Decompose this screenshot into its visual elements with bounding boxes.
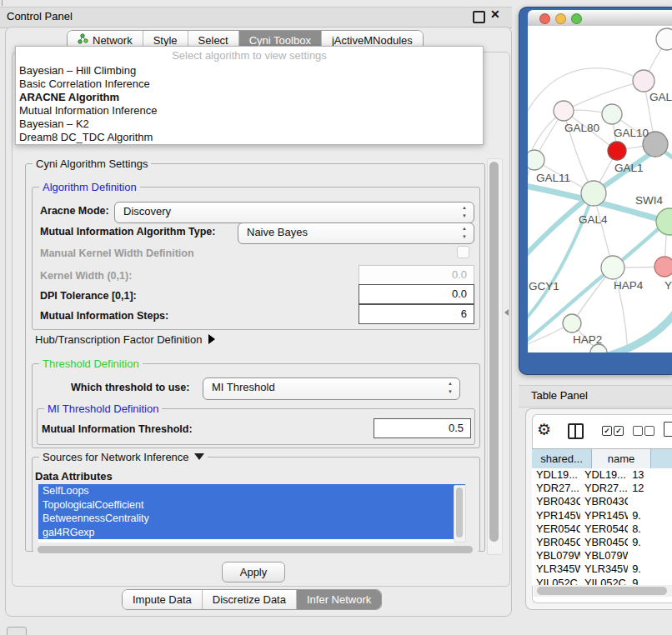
table-row[interactable]: YDL19...YDL19...13 — [532, 468, 672, 482]
node-gal1-red[interactable] — [608, 142, 626, 160]
settings-vertical-scrollbar[interactable] — [487, 158, 503, 555]
table-row[interactable]: YBL079WYBL079W — [532, 549, 672, 562]
mi-steps-field[interactable]: 6 — [359, 304, 474, 324]
collapse-down-icon — [194, 453, 204, 460]
attribute-list-item[interactable]: TopologicalCoefficient — [38, 498, 465, 512]
node-gal10[interactable] — [602, 104, 622, 124]
table-row[interactable]: YLR345WYLR345W9. — [532, 562, 672, 576]
node-gal4[interactable] — [581, 181, 606, 206]
table-cell: 12 — [628, 482, 672, 495]
network-view-canvas[interactable]: GAL7GAL80GAL10GAL1GAL11GAL4SWI4GCY1HAP4Y… — [528, 26, 672, 352]
node-hap4[interactable] — [601, 256, 624, 279]
table-row[interactable]: YDR27...YDR27...12 — [532, 482, 672, 495]
aracne-mode-select[interactable]: Discovery ▲▼ — [114, 202, 474, 223]
attribute-list-item[interactable]: BetweennessCentrality — [38, 512, 465, 526]
table-row[interactable]: YBR043CYBR043C — [532, 495, 672, 508]
mi-type-select[interactable]: Naive Bayes ▲▼ — [238, 222, 474, 244]
algorithm-option[interactable]: Dream8 DC_TDC Algorithm — [16, 131, 483, 144]
table-cell: YBR045C — [532, 536, 580, 549]
node-top[interactable] — [656, 28, 672, 50]
tab-label: Discretize Data — [213, 590, 286, 609]
table-cell: YBR043C — [532, 495, 580, 508]
table-cell: YLR345W — [580, 562, 628, 576]
zoom-traffic-light[interactable] — [571, 13, 582, 24]
node-hap2[interactable] — [563, 314, 581, 332]
algorithm-option[interactable]: Bayesian – Hill Climbing — [16, 64, 483, 78]
deselect-all-checkboxes-icon[interactable] — [633, 426, 643, 436]
settings-vertical-scrollbar-thumb[interactable] — [489, 162, 499, 542]
combo-spinner-icon: ▲▼ — [462, 224, 467, 241]
attributes-vertical-scrollbar[interactable] — [454, 485, 466, 542]
node-gal80[interactable] — [554, 101, 574, 121]
table-horizontal-scrollbar[interactable] — [534, 585, 672, 597]
hub-definition-toggle[interactable]: Hub/Transcription Factor Definition — [35, 333, 215, 346]
dpi-tolerance-field[interactable]: 0.0 — [359, 284, 474, 304]
attributes-vertical-scrollbar-thumb[interactable] — [456, 488, 463, 538]
table-cell — [628, 495, 672, 508]
kernel-width-field[interactable]: 0.0 — [359, 265, 474, 285]
network-window-titlebar[interactable] — [528, 10, 672, 27]
node-gal11[interactable] — [528, 150, 544, 170]
network-edge-highlighted[interactable] — [608, 309, 672, 352]
column-header-name[interactable]: name — [592, 449, 651, 468]
close-traffic-light[interactable] — [539, 13, 550, 24]
algorithm-dropdown-list: Select algorithm to view settings Bayesi… — [15, 46, 484, 145]
select-all-checkboxes-icon[interactable]: ✓ — [602, 426, 612, 436]
table-cell: YDL19... — [532, 468, 580, 482]
manual-kernel-checkbox[interactable] — [457, 246, 469, 258]
node-salmon[interactable] — [654, 257, 672, 277]
node-label-y: Y — [664, 279, 672, 292]
table-horizontal-scrollbar-thumb[interactable] — [537, 587, 667, 595]
splitter-collapse-icon[interactable] — [504, 309, 509, 316]
aracne-mode-value: Discovery — [123, 205, 171, 218]
expand-right-icon — [208, 334, 215, 344]
which-threshold-label: Which threshold to use: — [71, 382, 189, 393]
tab-discretize-data[interactable]: Discretize Data — [203, 590, 297, 609]
attributes-horizontal-scrollbar-thumb[interactable] — [38, 546, 473, 553]
apply-button[interactable]: Apply — [222, 562, 285, 582]
kernel-width-label: Kernel Width (0,1): — [40, 270, 132, 282]
data-attributes-label: Data Attributes — [35, 470, 113, 482]
minimize-traffic-light[interactable] — [555, 13, 566, 24]
attribute-list-item[interactable]: SelfLoops — [38, 484, 465, 498]
algorithm-option[interactable]: Mutual Information Inference — [16, 104, 483, 118]
settings-gear-icon[interactable]: ⚙ — [537, 422, 551, 438]
data-attributes-list: SelfLoopsTopologicalCoefficientBetweenne… — [38, 484, 465, 542]
tab-label: Infer Network — [307, 590, 371, 609]
new-document-icon[interactable] — [664, 422, 672, 437]
table-row[interactable]: YBR045CYBR045C9. — [532, 536, 672, 549]
attributes-horizontal-scrollbar[interactable] — [33, 544, 479, 556]
table-cell: YDR27... — [580, 482, 628, 495]
node-label-gal10: GAL10 — [614, 127, 649, 139]
column-header-A[interactable]: A — [651, 449, 672, 468]
column-header-shared[interactable]: shared... — [532, 449, 592, 468]
tab-impute-data[interactable]: Impute Data — [123, 590, 203, 609]
select-all-checkboxes-icon[interactable]: ✓ — [614, 426, 624, 436]
algorithm-option[interactable]: Basic Correlation Inference — [16, 78, 483, 91]
table-row[interactable]: YPR145WYPR145W9. — [532, 509, 672, 522]
deselect-all-checkboxes-icon[interactable] — [644, 426, 654, 436]
node-label-gal11: GAL11 — [536, 172, 570, 184]
algorithm-option[interactable]: ARACNE Algorithm — [16, 91, 483, 104]
hub-definition-label: Hub/Transcription Factor Definition — [35, 333, 202, 346]
node-gal7[interactable] — [633, 70, 654, 92]
table-cell: YER054C — [532, 522, 580, 536]
network-edge[interactable] — [564, 81, 644, 111]
table-row[interactable]: YER054CYER054C8. — [532, 522, 672, 536]
algorithm-option[interactable]: Bayesian – K2 — [16, 118, 483, 131]
table-cell: 9. — [628, 536, 672, 549]
tab-infer-network[interactable]: Infer Network — [297, 590, 381, 609]
table-cell: YBR045C — [580, 536, 628, 549]
which-threshold-select[interactable]: MI Threshold ▲▼ — [203, 378, 460, 400]
close-icon[interactable]: ✕ — [490, 8, 500, 21]
combo-spinner-icon: ▲▼ — [462, 203, 467, 220]
float-window-icon[interactable] — [473, 11, 485, 23]
partial-toolbar-icon[interactable] — [7, 627, 27, 635]
cyni-toolbox-tabbar: Impute DataDiscretize DataInfer Network — [122, 589, 382, 610]
split-columns-icon[interactable] — [568, 423, 584, 439]
table-body: YDL19...YDL19...13YDR27...YDR27...12YBR0… — [532, 468, 672, 586]
divider-artifact — [2, 0, 3, 6]
sources-group-title[interactable]: Sources for Network Inference — [39, 451, 208, 463]
mi-threshold-field[interactable]: 0.5 — [374, 418, 471, 438]
attribute-list-item[interactable]: gal4RGexp — [38, 526, 465, 540]
